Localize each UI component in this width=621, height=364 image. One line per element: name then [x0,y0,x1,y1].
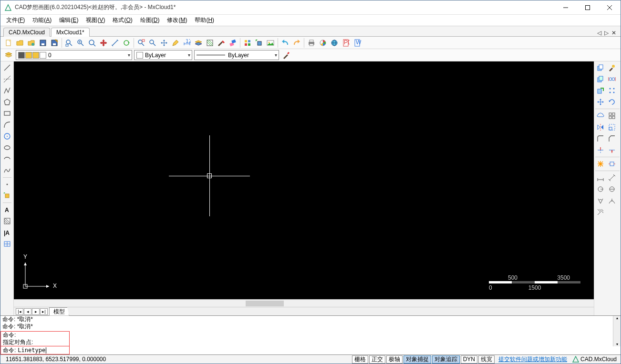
doc-tab[interactable]: CAD.MxCloud [3,28,50,37]
menu-d[interactable]: 绘图(D) [137,15,163,26]
layer-manager-button[interactable] [3,50,14,61]
drawing-canvas[interactable]: X Y 500 3500 0 [14,61,594,299]
menu-v[interactable]: 视图(V) [83,15,108,26]
import-button[interactable] [26,38,37,48]
status-toggle-对象捕捉[interactable]: 对象捕捉 [404,355,431,364]
tab-close[interactable]: ✕ [610,30,618,36]
tab-scroll-right[interactable]: ▷ [603,30,610,36]
globe-button[interactable] [329,38,340,48]
regen-button[interactable] [121,38,132,48]
maximize-button[interactable] [577,0,599,15]
menu-a[interactable]: 功能(A) [30,15,54,26]
arc-button[interactable] [2,120,12,130]
explode-button[interactable] [595,159,606,169]
image-button[interactable] [265,38,276,48]
ellipse-button[interactable] [2,142,12,153]
zoom-out-button[interactable] [87,38,97,48]
chamfer-button[interactable] [607,133,617,144]
layout-last-button[interactable]: ▸| [40,308,48,315]
stretch-button[interactable] [607,159,617,169]
zoom-window-button[interactable] [64,38,74,48]
hatch-button[interactable] [205,38,215,48]
paint-button[interactable] [607,62,617,73]
text-single-button[interactable]: A [2,204,12,215]
command-scroll[interactable]: ▴▾ [613,316,621,346]
dim4-button[interactable] [607,184,617,194]
status-toggle-对象追踪[interactable]: 对象追踪 [432,355,460,364]
status-toggle-DYN[interactable]: DYN [461,355,477,364]
tab-model[interactable]: 模型 [49,307,69,316]
minimize-button[interactable] [555,0,577,15]
extend-button[interactable] [607,145,617,155]
menu-m[interactable]: 修改(M) [164,15,190,26]
status-toggle-线宽[interactable]: 线宽 [478,355,495,364]
tab-scroll-left[interactable]: ◁ [596,30,603,36]
open-button[interactable] [15,38,25,48]
arc-dim-button[interactable] [607,195,617,206]
dimension-button[interactable]: 12 [182,38,192,48]
zoom-in-button[interactable] [75,38,86,48]
hatch-r-button[interactable] [595,207,606,217]
close-button[interactable] [599,0,621,15]
word-button[interactable]: W [352,38,362,48]
xline-button[interactable] [2,74,12,84]
pencil-button[interactable] [170,38,181,48]
array-button[interactable] [607,85,617,96]
menu-o[interactable]: 格式(O) [110,15,135,26]
feedback-link[interactable]: 提交软件问题或增加新功能 [495,355,570,364]
undo-button[interactable] [280,38,290,48]
menu-e[interactable]: 编辑(E) [56,15,81,26]
line-button[interactable] [2,62,12,73]
grid4-button[interactable] [607,111,617,121]
mirror-button[interactable] [595,122,606,132]
color-wheel-button[interactable] [318,38,328,48]
match-properties-button[interactable] [281,50,291,61]
point-button[interactable] [2,179,12,190]
rectangle-button[interactable] [2,108,12,119]
doc-tab[interactable]: MxCloud1* [51,28,90,37]
polygon-button[interactable] [2,97,12,107]
menu-h[interactable]: 帮助(H) [192,15,217,26]
layout-next-button[interactable]: ▸ [32,308,40,315]
copy2-button[interactable] [595,74,606,84]
status-toggle-正交[interactable]: 正交 [369,355,385,364]
mirror-r-button[interactable] [607,74,617,84]
print-button[interactable] [306,38,317,48]
move-button[interactable] [595,97,606,107]
linetype-combo[interactable]: ByLayer [194,50,279,60]
copy3-button[interactable] [595,85,606,96]
save-as-button[interactable] [49,38,60,48]
status-toggle-栅格[interactable]: 栅格 [352,355,368,364]
block-button[interactable] [242,38,253,48]
dim3-button[interactable] [595,184,606,194]
trim-button[interactable] [595,145,606,155]
move-view-button[interactable] [159,38,169,48]
text-multi-button[interactable]: |A [2,227,12,238]
hatch-tool-button[interactable] [2,216,12,226]
match-button[interactable] [216,38,227,48]
fillet-button[interactable] [595,133,606,144]
layout-first-button[interactable]: |◂ [16,308,23,315]
command-input[interactable]: Linetype [18,347,45,354]
cloud-button[interactable] [595,111,606,121]
pdf-button[interactable]: PDF [341,38,351,48]
erase-button[interactable] [228,38,238,48]
menu-f[interactable]: 文件(F) [3,15,28,26]
copy-button[interactable] [595,62,606,73]
table-button[interactable] [2,239,12,249]
pline-button[interactable] [2,85,12,96]
distance-button[interactable] [110,38,120,48]
circle-button[interactable] [2,131,12,142]
status-toggle-极轴[interactable]: 极轴 [386,355,403,364]
zoom-extents-button[interactable] [136,38,146,48]
color-combo[interactable]: ByLayer [134,50,192,60]
dim5-button[interactable] [595,195,606,206]
ellipse-arc-button[interactable] [2,154,12,164]
pan-button[interactable] [98,38,109,48]
dim1-button[interactable] [595,172,606,183]
spline-button[interactable] [2,165,12,176]
insert-block-button[interactable] [254,38,264,48]
insert-button[interactable] [2,191,12,201]
layer-combo[interactable]: 0 [16,50,132,60]
new-doc-button[interactable] [3,38,14,48]
